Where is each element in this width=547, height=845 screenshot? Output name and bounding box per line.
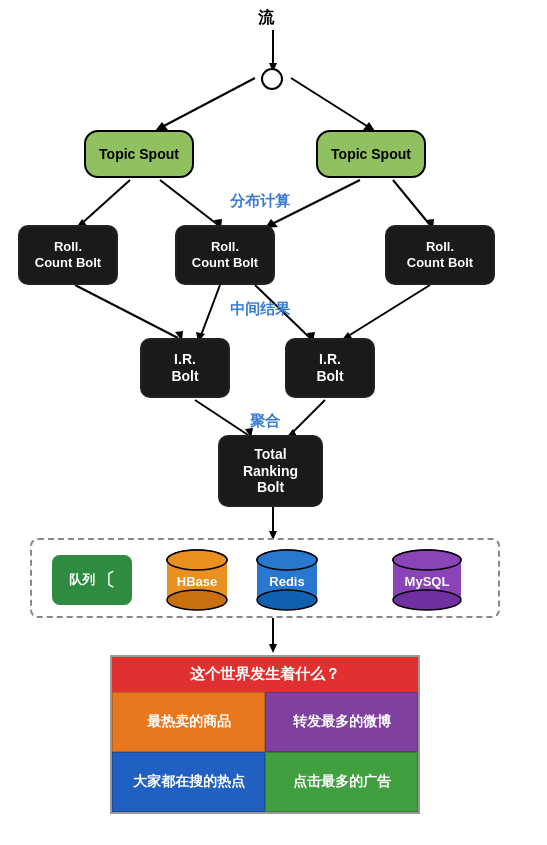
svg-text:HBase: HBase [177, 574, 217, 589]
aggregate-label: 聚合 [195, 412, 335, 431]
circle-node [261, 68, 283, 90]
svg-text:Redis: Redis [269, 574, 304, 589]
roll-right-node: Roll. Count Bolt [385, 225, 495, 285]
svg-point-33 [167, 550, 227, 570]
total-ranking-node: Total Ranking Bolt [218, 435, 323, 507]
bottom-grid: 这个世界发生着什么？ 最热卖的商品 转发最多的微博 大家都在搜的热点 点击最多的… [110, 655, 420, 814]
grid-cell-1: 最热卖的商品 [112, 692, 265, 752]
grid-header: 这个世界发生着什么？ [112, 657, 418, 692]
svg-marker-29 [269, 644, 277, 653]
svg-point-38 [257, 550, 317, 570]
distributed-label: 分布计算 [160, 192, 360, 211]
mysql-icon: MySQL [387, 548, 467, 612]
hbase-icon: HBase [162, 548, 232, 612]
spout-right-node: Topic Spout [316, 130, 426, 178]
svg-line-12 [393, 180, 430, 225]
grid-cell-4: 点击最多的广告 [265, 752, 418, 812]
spout-left-node: Topic Spout [84, 130, 194, 178]
svg-point-42 [393, 590, 461, 610]
svg-line-2 [160, 78, 255, 128]
svg-text:MySQL: MySQL [405, 574, 450, 589]
roll-mid-node: Roll. Count Bolt [175, 225, 275, 285]
svg-point-32 [167, 590, 227, 610]
svg-point-43 [393, 550, 461, 570]
grid-cell-2: 转发最多的微博 [265, 692, 418, 752]
ir-left-node: I.R. Bolt [140, 338, 230, 398]
storage-box: 队列 〔 HBase Redis [30, 538, 500, 618]
svg-point-37 [257, 590, 317, 610]
redis-icon: Redis [252, 548, 322, 612]
intermediate-label: 中间结果 [160, 300, 360, 319]
svg-line-4 [291, 78, 370, 128]
roll-left-node: Roll. Count Bolt [18, 225, 118, 285]
ir-right-node: I.R. Bolt [285, 338, 375, 398]
grid-cell-3: 大家都在搜的热点 [112, 752, 265, 812]
queue-icon: 队列 〔 [52, 555, 132, 605]
flow-label: 流 [258, 8, 274, 29]
svg-line-6 [80, 180, 130, 225]
diagram: 流 Topic Spout Topic Spout 分布计算 Roll. Cou… [0, 0, 547, 845]
